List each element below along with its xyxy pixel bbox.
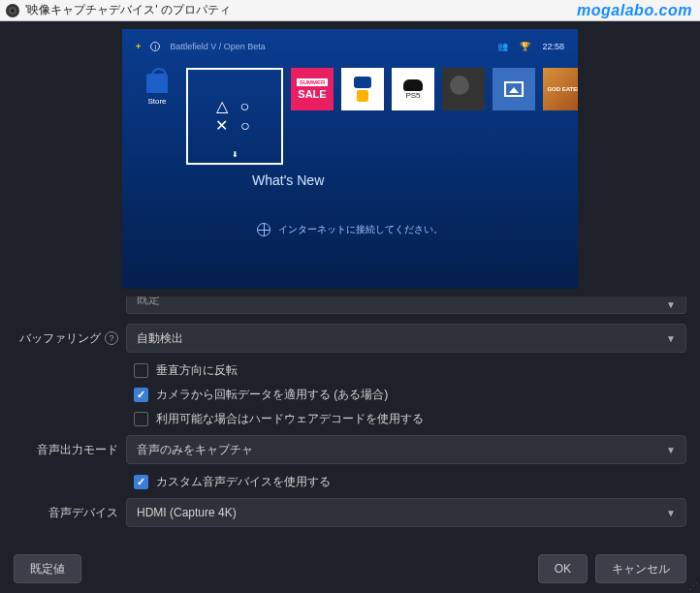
watermark: mogalabo.com [577,2,692,19]
chevron-down-icon: ▼ [666,299,676,310]
whats-new-label: What's New [252,172,324,188]
audio-device-label: 音声デバイス [14,505,126,521]
footer: 既定値 OK キャンセル [14,554,686,583]
tile-selected: △ ○ ✕ ○ ⬇ [186,68,283,165]
info-icon: i [150,42,160,51]
help-icon[interactable]: ? [105,331,118,345]
chevron-down-icon: ▼ [666,508,676,518]
buffering-label: バッファリング ? [14,330,126,347]
tile-store: Store [136,68,178,110]
chevron-down-icon: ▼ [666,445,676,455]
hwdecode-checkbox-row[interactable]: 利用可能な場合はハードウェアデコードを使用する [134,411,686,427]
rotation-checkbox[interactable] [134,388,148,402]
cancel-button[interactable]: キャンセル [595,554,686,583]
rotation-label: カメラから回転データを適用する (ある場合) [156,387,388,403]
app-icon [6,4,19,17]
svg-point-1 [11,9,15,13]
form: 既定 ▼ バッファリング ? 自動検出 ▼ 垂直方向に反転 カメラから回転データ… [8,296,692,527]
custom-audio-checkbox-row[interactable]: カスタム音声デバイスを使用する [134,474,686,490]
flip-label: 垂直方向に反転 [156,362,238,379]
window-title: '映像キャプチャデバイス' のプロパティ [25,2,231,18]
tile-row: Store △ ○ ✕ ○ ⬇ SUMMER SALE PS5 [136,68,578,165]
flip-checkbox[interactable] [134,363,148,378]
resize-grip[interactable]: ⋰ [688,580,698,591]
tile-game1 [442,68,485,110]
tile-psplus [341,68,384,110]
tile-sale: SUMMER SALE [291,68,334,110]
custom-audio-checkbox[interactable] [134,475,148,489]
plus-icon: + [136,42,141,51]
down-arrow-icon: ⬇ [232,150,239,159]
custom-audio-label: カスタム音声デバイスを使用する [156,474,331,490]
ok-button[interactable]: OK [538,554,588,583]
audio-mode-select[interactable]: 音声のみをキャプチャ ▼ [126,435,686,464]
audio-device-select[interactable]: HDMI (Capture 4K) ▼ [126,498,686,527]
flip-checkbox-row[interactable]: 垂直方向に反転 [134,362,686,379]
preview-pane: + i Battlefield V / Open Beta 👥 🏆 22:58 … [122,29,578,289]
defaults-button[interactable]: 既定値 [14,554,81,583]
hidden-select[interactable]: 既定 ▼ [126,296,686,314]
tile-gallery [493,68,535,110]
rotation-checkbox-row[interactable]: カメラから回転データを適用する (ある場合) [134,387,686,403]
hwdecode-checkbox[interactable] [134,412,148,426]
ps-topbar: + i Battlefield V / Open Beta 👥 🏆 22:58 [122,39,578,54]
hwdecode-label: 利用可能な場合はハードウェアデコードを使用する [156,411,424,427]
buffering-select[interactable]: 自動検出 ▼ [126,324,686,353]
trophy-icon: 🏆 [520,42,530,51]
tile-ps5: PS5 [392,68,434,110]
titlebar: '映像キャプチャデバイス' のプロパティ mogalabo.com [0,0,700,21]
network-message: インターネットに接続してください。 [122,223,578,236]
globe-icon [257,223,270,236]
chevron-down-icon: ▼ [666,333,676,344]
game-title: Battlefield V / Open Beta [170,42,266,51]
tile-godeater: GOD EATER [543,68,578,110]
audio-mode-label: 音声出力モード [14,442,126,458]
clock: 22:58 [542,42,564,51]
friends-icon: 👥 [497,42,508,51]
content: + i Battlefield V / Open Beta 👥 🏆 22:58 … [0,29,700,527]
